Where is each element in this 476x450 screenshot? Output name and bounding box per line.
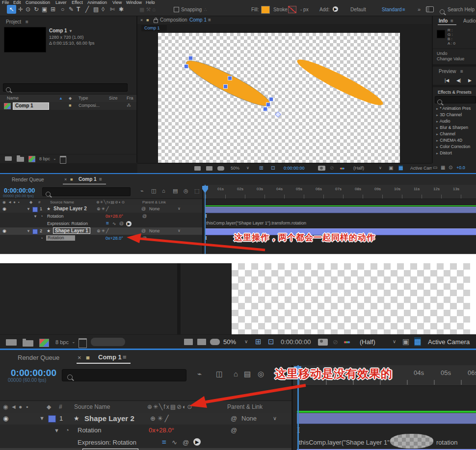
effects-item-label[interactable]: Audio [440,119,450,124]
viewer-lock-icon[interactable] [154,19,158,23]
viewer-tab-menu-icon[interactable]: ≡ [208,17,211,23]
effects-item[interactable]: ► Color Correction [433,143,476,150]
new-folder-icon[interactable] [17,157,24,162]
eraser-tool[interactable]: ◊ [102,6,105,13]
column-size[interactable]: Size [109,96,118,100]
rotation-value-editable[interactable]: 0x+28.0° [106,236,123,241]
menu-view[interactable]: View [112,0,122,4]
parent-dropdown[interactable]: None [149,206,160,211]
frame-blend-icon[interactable]: ▤ [244,370,251,378]
stroke-px-label[interactable]: - px [300,7,309,12]
interpret-footage-icon[interactable] [6,339,17,346]
puppet-pin-tool[interactable]: ✱ [119,6,124,13]
menu-edit[interactable]: Edit [13,0,21,4]
magnification-caret-icon[interactable]: ∨ [244,339,248,344]
selection-handle[interactable] [184,64,188,69]
rotation-label-selected[interactable]: Rotation [46,235,75,241]
timeline-nav-icon[interactable]: ▦ [441,165,445,170]
grid-guides-icon[interactable]: ⊞ [255,337,262,346]
magnification-caret-icon[interactable]: ∨ [246,166,249,170]
hide-shy-icon[interactable]: ⌂ [162,188,165,194]
workspace-standard[interactable]: Standard [382,7,402,12]
comp-tab-close-icon[interactable]: × [78,354,81,361]
project-row-name[interactable]: Comp 1 [13,102,49,110]
stereo-3d-icon[interactable] [210,339,220,345]
timeline-search-input[interactable] [42,187,131,196]
primary-viewer-icon[interactable] [206,166,212,171]
effects-item-label[interactable]: Distort [440,150,452,155]
resolution-caret-icon[interactable]: ∨ [393,339,396,344]
preview-play-button[interactable]: ▶ [468,78,472,83]
selection-handle[interactable] [228,76,232,80]
rotation-row-layer1[interactable]: ▼ ◔ Rotation 0x+28.0° @ [0,213,202,220]
new-comp-icon[interactable] [28,156,35,162]
new-folder-icon[interactable] [23,340,33,347]
always-preview-icon[interactable] [184,339,193,345]
expression-graph-icon[interactable]: ∿ [112,221,116,226]
column-name[interactable]: Name [7,96,19,100]
expression-pickwhip-icon[interactable]: @ [183,439,189,446]
expand-icon[interactable]: ▼ [26,207,30,211]
effects-search-input[interactable] [435,96,476,103]
shape-layer-1-ellipse[interactable] [182,54,274,112]
expand-icon[interactable]: ▼ [39,415,45,421]
property-pickwhip-icon[interactable]: @ [142,214,147,219]
project-tab-menu-icon[interactable]: ≡ [26,19,28,25]
layer-bar-shape-layer-2[interactable] [205,207,476,213]
new-comp-icon[interactable] [39,339,49,347]
trash-icon[interactable] [79,338,87,348]
snapshot-icon[interactable] [318,166,325,171]
parent-caret-icon[interactable]: ∨ [178,206,181,211]
property-pickwhip-icon[interactable]: @ [231,426,237,434]
stamp-tool[interactable]: ▤ [93,6,99,13]
expression-row-layer1[interactable]: Expression: Rotation = ∿ @ ▶ [0,220,202,227]
viewer-tab-close-icon[interactable]: × [140,18,143,23]
parent-dropdown[interactable]: None [241,415,257,422]
region-of-interest-icon[interactable]: ▣ [389,165,393,171]
viewer-tab[interactable]: × ■ Composition Comp 1 ≡ [137,16,436,24]
viewer-timecode[interactable]: 0:00:00:00 [281,338,311,346]
layer-name-selected[interactable]: Shape Layer 1 [53,227,90,234]
stopwatch-icon[interactable]: ◔ [40,236,43,241]
primary-viewer-icon[interactable] [197,339,206,345]
stroke-swatch[interactable] [288,6,296,13]
type-tool[interactable]: T [77,6,80,13]
project-search-input[interactable] [3,83,128,92]
transparency-grid-icon[interactable]: ▩ [398,165,403,171]
source-name-column[interactable]: Source Name [50,200,74,204]
transparency-grid-icon[interactable]: ▩ [414,337,421,346]
comp-tab-close-icon[interactable]: × [64,177,67,182]
graph-editor-icon[interactable]: ⬚ [194,188,199,194]
snapshot-icon[interactable] [318,339,328,346]
stereo-3d-icon[interactable] [217,166,224,171]
timeline-timecode[interactable]: 0:00:00:00 [4,187,35,194]
composition-flowchart-icon[interactable]: ⌁ [140,188,144,194]
comp-canvas[interactable] [158,33,400,163]
workspace-overflow[interactable]: » [418,6,421,12]
info-menu-icon[interactable]: ≡ [450,18,453,24]
anchor-point-icon[interactable] [275,111,281,118]
effects-item-label[interactable]: Blur & Sharpen [440,125,468,130]
viewer-subtab[interactable]: Comp 1 [141,25,167,31]
pan-behind-tool[interactable]: ⊞ [51,6,55,13]
draft-3d-icon[interactable]: ◫ [216,370,223,378]
project-tab-label[interactable]: Project [6,19,21,25]
menu-file[interactable]: File [2,0,9,4]
magnification-value[interactable]: 50% [231,166,239,171]
menu-layer[interactable]: Layer [55,0,67,4]
effects-item[interactable]: ► CINEMA 4D [433,137,476,143]
comp-tab-label[interactable]: Comp 1 [98,353,122,361]
shape-tool[interactable]: ○ [61,6,64,13]
flowchart-icon[interactable]: ⊙ [449,165,452,170]
draft-3d-icon[interactable]: ◫ [151,188,156,194]
eye-icon[interactable]: ◉ [2,206,6,211]
parent-pickwhip-icon[interactable]: @ [231,415,237,422]
exposure-value[interactable]: +0.0 [456,165,465,170]
fill-label[interactable]: Fill: [251,7,259,12]
comp-label-swatch[interactable]: ■ [69,103,71,108]
layer-color-swatch[interactable] [48,415,56,423]
panel-divider[interactable] [177,263,181,334]
expression-enabled-icon[interactable]: = [106,221,109,226]
effects-item-label[interactable]: Channel [440,131,455,136]
expression-text-after[interactable]: rotation [436,439,457,446]
